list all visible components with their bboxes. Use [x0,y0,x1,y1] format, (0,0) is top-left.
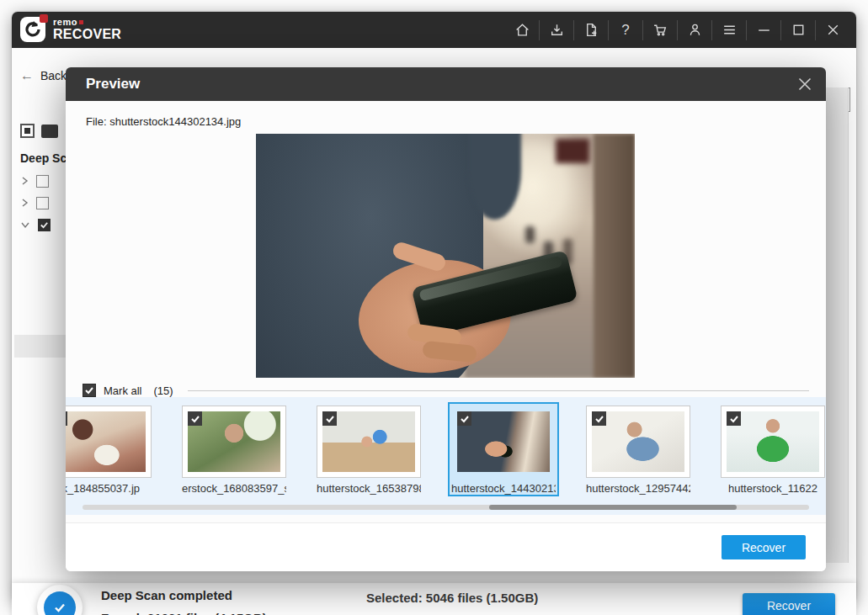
thumbnail-item-selected[interactable]: hutterstock_144302134.jp [448,402,559,496]
thumbnail-checkbox[interactable] [188,411,202,426]
horizontal-scrollbar [83,505,809,510]
thumbnail-item[interactable]: hutterstock_129574427.jp [583,402,694,496]
check-circle-icon [44,591,76,615]
preview-image [256,134,635,378]
dialog-close-icon[interactable] [797,77,812,92]
brand-logo: remo RECOVER [20,17,121,42]
brand-name-top: remo [53,18,77,27]
maximize-icon[interactable] [781,12,815,48]
checkbox-checked[interactable] [38,219,51,231]
back-button[interactable]: ← Back [20,68,67,83]
thumbnail-caption: hutterstock_11622 [721,482,825,495]
thumbnail-item[interactable]: :k_184855037.jp [66,402,155,496]
remo-logo-icon [20,17,45,42]
scan-status-text: Deep Scan completed [101,588,232,602]
titlebar-actions: ? [505,12,849,48]
checkbox-empty[interactable] [36,175,49,188]
help-icon[interactable]: ? [609,12,642,48]
minimize-icon[interactable] [747,12,780,48]
thumbnail-item[interactable]: erstock_168083597_slider [178,402,290,496]
back-label: Back [40,69,67,82]
preview-dialog: Preview File: shutterstock144302134.jpg [66,67,826,571]
thumbnail-caption: hutterstock_129574427.jp [586,482,690,495]
preview-filename: File: shutterstock144302134.jpg [86,115,241,128]
checkbox-empty[interactable] [36,197,49,209]
brand-red-dot [79,20,83,24]
thumbnail-photo [66,411,146,472]
dialog-title: Preview [86,76,140,93]
thumbnail-checkbox[interactable] [727,411,741,426]
chevron-right-icon [20,176,29,186]
thumbnail-checkbox[interactable] [322,411,337,426]
close-icon[interactable] [816,12,849,48]
import-icon[interactable] [540,12,573,48]
thumbnail-checkbox[interactable] [592,411,606,426]
cart-icon[interactable] [643,12,677,48]
divider-line [188,390,809,391]
thumbnail-item[interactable]: hutterstock_11622 [717,402,826,496]
thumbnail-item[interactable]: hutterstock_165387986.jp [313,402,424,496]
thumbnail-strip: :k_184855037.jp erstock_168083597_slider… [66,397,826,515]
recover-button-modal[interactable]: Recover [722,535,806,559]
scan-complete-badge [37,585,83,615]
status-bar: Deep Scan completed Found: 31921 files (… [12,583,856,615]
preview-dialog-header: Preview [66,67,826,101]
mark-all-checkbox[interactable] [83,384,96,397]
titlebar: remo RECOVER ? [12,12,856,48]
logo-red-square [40,14,48,23]
marked-count: (15) [154,384,173,397]
thumbnail-caption: hutterstock_165387986.jp [317,482,421,495]
preview-dialog-footer: Recover [66,522,826,571]
chevron-down-icon [20,220,30,229]
back-arrow-icon: ← [20,68,34,83]
tristate-checkbox[interactable] [20,124,35,138]
thumbnail-checkbox[interactable] [66,411,67,426]
drive-icon [41,125,58,138]
thumbnail-caption: erstock_168083597_slider [182,482,286,495]
home-icon[interactable] [505,12,539,48]
scrollbar-thumb[interactable] [489,505,736,510]
mark-all-row: Mark all (15) [83,383,809,398]
thumbnail-checkbox[interactable] [457,411,471,426]
thumbnail-caption: :k_184855037.jp [66,482,152,495]
menu-icon[interactable] [712,12,746,48]
thumbnail-caption: hutterstock_144302134.jp [451,482,556,495]
recover-button-main[interactable]: Recover [743,593,835,615]
selected-files-text: Selected: 5046 files (1.50GB) [366,591,538,605]
found-value: 31921 files (4.15GB) [147,611,267,615]
app-window: remo RECOVER ? ← [12,12,856,603]
found-label: Found: [101,611,144,615]
brand-name-bottom: RECOVER [53,28,121,41]
mark-all-label: Mark all [104,384,142,397]
user-icon[interactable] [678,12,711,48]
new-file-icon[interactable] [574,12,608,48]
chevron-right-icon [20,198,29,208]
